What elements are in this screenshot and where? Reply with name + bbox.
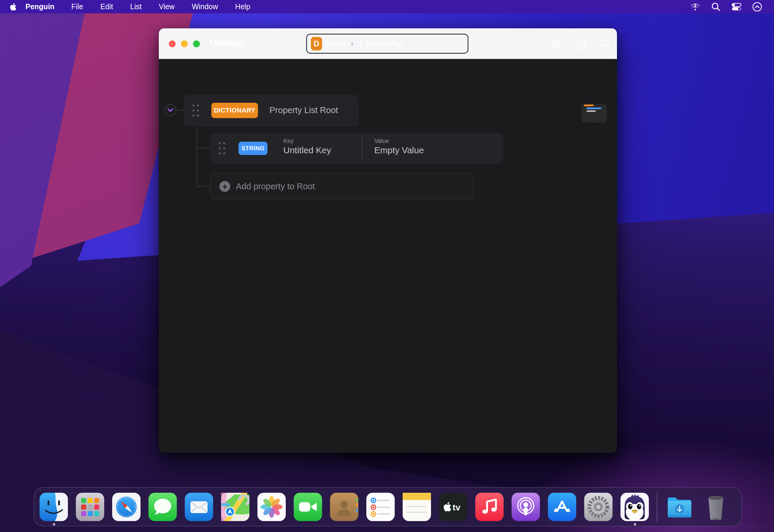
tree-connector — [176, 110, 184, 110]
dock: tv — [34, 487, 742, 526]
root-row[interactable]: DICTIONARY Property List Root — [184, 95, 359, 126]
dock-maps-icon[interactable] — [221, 493, 249, 521]
type-badge-dictionary[interactable]: DICTIONARY — [211, 103, 258, 118]
tree-connector — [197, 148, 210, 148]
breadcrumb[interactable]: D Root › 1 Property — [306, 34, 468, 54]
dock-tv-icon[interactable]: tv — [439, 493, 467, 521]
window-titlebar: Untitled D Root › 1 Property — [159, 28, 617, 59]
column-divider — [362, 136, 362, 160]
value-field[interactable]: Empty Value — [374, 145, 424, 155]
window-title: Untitled — [210, 38, 244, 48]
breadcrumb-count: 1 Property — [358, 39, 402, 49]
screen-mirroring-icon[interactable] — [752, 2, 762, 12]
zoom-button[interactable] — [193, 40, 200, 47]
dock-music-icon[interactable] — [475, 493, 504, 521]
document-minimap[interactable] — [582, 104, 607, 123]
dock-trash-icon[interactable] — [702, 493, 730, 521]
menu-help[interactable]: Help — [227, 2, 259, 11]
value-label: Value — [374, 138, 389, 144]
plus-icon: + — [219, 181, 230, 192]
dock-notes-icon[interactable] — [403, 493, 431, 521]
dock-podcasts-icon[interactable] — [512, 493, 540, 521]
penguin-running-dot — [634, 523, 636, 526]
wifi-warning-icon[interactable] — [690, 2, 700, 12]
control-center-icon[interactable] — [731, 2, 742, 12]
dock-reminders-icon[interactable] — [366, 493, 395, 521]
dock-finder-icon[interactable] — [40, 493, 68, 521]
dock-separator — [657, 492, 657, 522]
dock-mail-icon[interactable] — [185, 493, 213, 521]
menu-view[interactable]: View — [150, 2, 183, 11]
type-badge-string[interactable]: STRING — [239, 142, 267, 155]
svg-text:tv: tv — [453, 502, 461, 512]
tree-connector — [197, 186, 210, 187]
root-row-title: Property List Root — [270, 105, 338, 115]
window-search-icon[interactable] — [600, 38, 610, 49]
menu-file[interactable]: File — [63, 2, 92, 11]
tree-connector — [197, 126, 197, 187]
collapse-root-button[interactable] — [164, 104, 176, 116]
property-row[interactable]: STRING Key Untitled Key Value Empty Valu… — [210, 133, 503, 164]
menu-app-name[interactable]: Penguin — [25, 2, 63, 11]
dock-penguin-icon[interactable] — [620, 493, 649, 521]
apple-menu-icon[interactable] — [0, 2, 25, 11]
menu-window[interactable]: Window — [183, 2, 227, 11]
key-field[interactable]: Untitled Key — [283, 145, 331, 155]
minimize-button[interactable] — [181, 40, 188, 47]
drag-handle-icon[interactable] — [191, 103, 200, 118]
dock-downloads-folder-icon[interactable] — [665, 493, 694, 521]
breadcrumb-chevron-icon: › — [351, 39, 353, 48]
breadcrumb-root[interactable]: Root — [326, 39, 346, 49]
spotlight-search-icon[interactable] — [711, 2, 721, 12]
dock-facetime-icon[interactable] — [294, 493, 322, 521]
drag-handle-icon[interactable] — [218, 141, 226, 156]
key-label: Key — [283, 138, 293, 144]
minimap-dictionary-bar — [584, 105, 594, 106]
dock-system-preferences-icon[interactable] — [584, 493, 613, 521]
dock-app-store-icon[interactable] — [548, 493, 576, 521]
penguin-app-window: Untitled D Root › 1 Property — [159, 28, 617, 453]
dock-launchpad-icon[interactable] — [76, 493, 104, 521]
dock-contacts-icon[interactable] — [330, 493, 358, 521]
dock-photos-icon[interactable] — [257, 493, 286, 521]
minimap-string-bar — [587, 107, 601, 109]
breadcrumb-type-badge: D — [311, 37, 322, 50]
menu-edit[interactable]: Edit — [92, 2, 122, 11]
add-property-label: Add property to Root — [236, 182, 315, 191]
view-options-icon[interactable] — [551, 38, 562, 49]
dock-messages-icon[interactable] — [148, 493, 177, 521]
plist-editor-canvas: DICTIONARY Property List Root STRING Key… — [159, 59, 617, 453]
finder-running-dot — [53, 523, 55, 526]
close-button[interactable] — [169, 40, 176, 47]
minimap-value-bar — [587, 110, 596, 112]
menu-list[interactable]: List — [122, 2, 150, 11]
menu-bar: Penguin File Edit List View Window Help — [0, 0, 774, 13]
dock-safari-icon[interactable] — [112, 493, 141, 521]
add-property-row[interactable]: + Add property to Root — [210, 173, 474, 199]
share-icon[interactable] — [576, 38, 586, 49]
